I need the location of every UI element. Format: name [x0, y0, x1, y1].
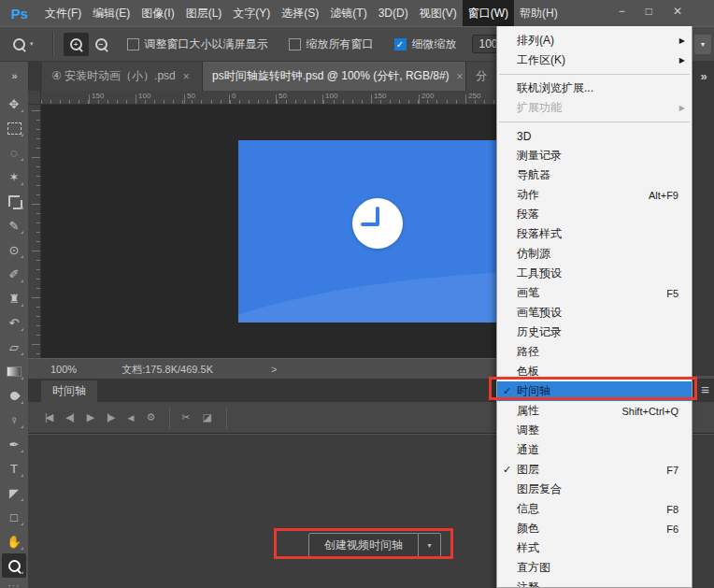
- close-icon[interactable]: ×: [457, 70, 464, 83]
- options-panel-chevron-icon[interactable]: ▾: [694, 35, 711, 54]
- menubar-item[interactable]: 帮助(H): [514, 0, 564, 26]
- transition-button[interactable]: ◪: [202, 411, 209, 423]
- window-menu-item[interactable]: 属性Shift+Ctrl+Q: [497, 401, 692, 421]
- document-tab[interactable]: ④ 安装时动画（小）.psd×: [42, 62, 203, 91]
- window-menu-item[interactable]: 导航器: [497, 165, 692, 185]
- timeline-settings-button[interactable]: ⚙: [146, 411, 153, 423]
- window-menu-item[interactable]: 动作Alt+F9: [497, 185, 692, 205]
- next-frame-button[interactable]: |▶: [107, 411, 113, 423]
- marquee-tool[interactable]: [2, 116, 26, 140]
- window-menu-item[interactable]: 直方图: [497, 558, 692, 578]
- ruler-tick: [36, 279, 40, 280]
- window-menu-item[interactable]: ✓图层F7: [497, 460, 692, 480]
- window-menu-item[interactable]: 仿制源: [497, 244, 692, 264]
- checkbox-label: 缩放所有窗口: [307, 36, 374, 52]
- minimize-button[interactable]: −: [619, 5, 625, 18]
- tab-timeline[interactable]: 时间轴: [41, 380, 97, 402]
- collapse-panels-icon[interactable]: »: [693, 69, 714, 83]
- brush-tool[interactable]: ✐: [2, 262, 26, 286]
- menubar-item[interactable]: 图像(I): [136, 0, 179, 26]
- history-brush-tool[interactable]: ↶: [2, 310, 26, 335]
- mute-audio-button[interactable]: ◀: [127, 413, 132, 423]
- move-tool[interactable]: ✥: [2, 92, 26, 116]
- window-menu-item[interactable]: 3D: [497, 126, 692, 146]
- menu-item-label: 直方图: [517, 560, 550, 576]
- document-tab[interactable]: ps时间轴旋转时钟.psd @ 100% (分针, RGB/8#)×: [203, 62, 466, 91]
- window-menu-item[interactable]: 测量记录: [497, 146, 692, 165]
- pen-tool[interactable]: ✒: [2, 432, 26, 456]
- magic-wand-tool[interactable]: ✶: [2, 165, 26, 189]
- checked-checkbox-icon[interactable]: ✓: [394, 38, 407, 50]
- menubar-item[interactable]: 选择(S): [276, 0, 324, 26]
- eraser-tool[interactable]: ▱: [2, 335, 26, 359]
- window-menu-item[interactable]: 历史记录: [497, 323, 692, 342]
- prev-frame-button[interactable]: ◀|: [65, 411, 72, 423]
- lasso-tool[interactable]: ◌: [2, 140, 26, 165]
- maximize-button[interactable]: □: [646, 5, 652, 18]
- split-at-playhead-button[interactable]: ✂: [181, 411, 188, 423]
- create-video-timeline-button[interactable]: 创建视频时间轴: [308, 533, 419, 557]
- menubar-item[interactable]: 窗口(W): [463, 0, 514, 26]
- window-menu-item[interactable]: 信息F8: [497, 499, 692, 519]
- play-button[interactable]: ▶: [87, 411, 93, 423]
- window-menu-item[interactable]: 工作区(K)▶: [497, 50, 692, 70]
- menubar-item[interactable]: 滤镜(T): [324, 0, 372, 26]
- window-menu-item[interactable]: 画笔F5: [497, 283, 692, 303]
- menubar-item[interactable]: 编辑(E): [87, 0, 136, 26]
- window-menu-item[interactable]: 调整: [497, 421, 692, 440]
- type-tool[interactable]: T: [2, 456, 26, 480]
- menubar-item[interactable]: 3D(D): [373, 0, 414, 26]
- ruler-tick: [230, 100, 231, 104]
- menubar-item[interactable]: 文件(F): [39, 0, 87, 26]
- toolbar-more-icon[interactable]: ···: [0, 581, 28, 588]
- option-checkbox[interactable]: 调整窗口大小以满屏显示: [127, 36, 268, 52]
- zoom-out-button[interactable]: −: [89, 33, 114, 56]
- current-tool-preview[interactable]: ▾: [13, 38, 34, 50]
- path-select-tool[interactable]: ◤: [2, 480, 26, 505]
- window-menu-item[interactable]: 画笔预设: [497, 303, 692, 323]
- unchecked-checkbox-icon[interactable]: [289, 38, 301, 50]
- window-menu-item[interactable]: 图层复合: [497, 480, 692, 499]
- dodge-tool[interactable]: ♀: [2, 408, 26, 432]
- window-menu-item[interactable]: ✓时间轴: [497, 381, 692, 401]
- menubar-item[interactable]: 视图(V): [414, 0, 463, 26]
- ruler-major-tick: [229, 94, 230, 104]
- menubar-item[interactable]: 文字(Y): [227, 0, 276, 26]
- hand-tool[interactable]: ✋: [2, 529, 26, 553]
- zoom-in-button[interactable]: +: [64, 33, 89, 56]
- shape-tool[interactable]: □: [2, 505, 26, 529]
- window-menu-item[interactable]: 路径: [497, 342, 692, 362]
- blur-tool[interactable]: [2, 383, 26, 408]
- option-checkbox[interactable]: ✓细微缩放: [394, 36, 457, 52]
- eyedropper-tool[interactable]: ✎: [2, 213, 26, 237]
- window-menu-item[interactable]: 注释: [497, 578, 692, 588]
- window-menu-item[interactable]: 颜色F6: [497, 519, 692, 538]
- window-menu-item[interactable]: 色板: [497, 362, 692, 381]
- photoshop-logo: Ps: [0, 6, 39, 22]
- window-menu-item[interactable]: 联机浏览扩展...: [497, 79, 692, 98]
- window-menu-item[interactable]: 通道: [497, 440, 692, 460]
- menubar-item[interactable]: 图层(L): [180, 0, 228, 26]
- window-menu-item[interactable]: 段落样式: [497, 224, 692, 244]
- zoom-tool[interactable]: [2, 553, 26, 578]
- toolbar-expand-icon[interactable]: »: [0, 62, 28, 90]
- close-button[interactable]: ✕: [673, 5, 682, 18]
- healing-brush-tool[interactable]: ⊙: [2, 237, 26, 262]
- close-icon[interactable]: ×: [183, 70, 190, 83]
- clone-stamp-tool[interactable]: ♜: [2, 286, 26, 310]
- status-expander-icon[interactable]: >: [271, 364, 277, 375]
- unchecked-checkbox-icon[interactable]: [127, 38, 139, 50]
- window-menu-item[interactable]: 排列(A)▶: [497, 31, 692, 50]
- window-menu-item[interactable]: 样式: [497, 538, 692, 558]
- v-ruler[interactable]: [28, 105, 41, 358]
- create-video-timeline-dropdown[interactable]: ▾: [419, 533, 441, 557]
- window-menu-item[interactable]: 工具预设: [497, 264, 692, 283]
- timeline-panel-menu-icon[interactable]: ≡: [701, 381, 709, 398]
- first-frame-button[interactable]: |◀: [45, 411, 51, 423]
- window-menu-item[interactable]: 段落: [497, 205, 692, 224]
- crop-tool[interactable]: [2, 189, 26, 213]
- gradient-tool[interactable]: [2, 359, 26, 383]
- option-checkbox[interactable]: 缩放所有窗口: [289, 36, 374, 52]
- blur-tool-icon: [8, 390, 21, 402]
- status-zoom-level[interactable]: 100%: [50, 364, 77, 375]
